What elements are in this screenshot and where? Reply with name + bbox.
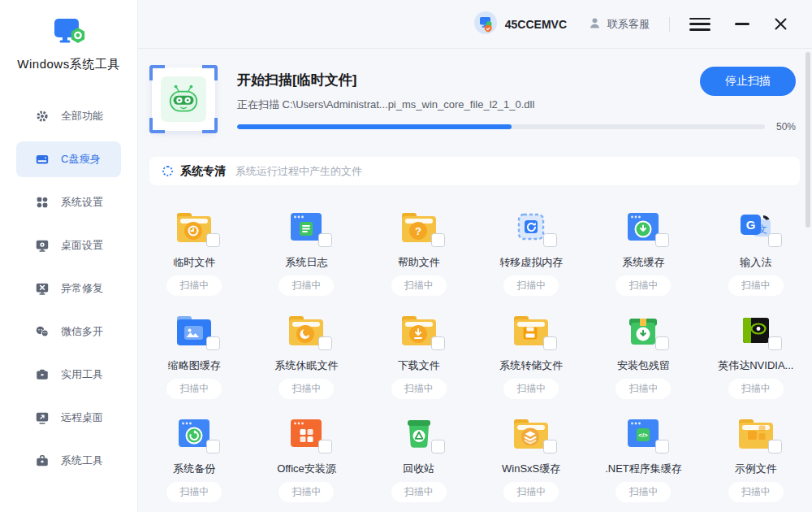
item-status-badge: 扫描中 [503,482,559,502]
item-label: 英伟达NVIDIA... [700,358,812,373]
item-label: 缩略图缓存 [138,358,250,373]
item-status-badge: 扫描中 [166,379,222,399]
item-label: 示例文件 [700,462,812,476]
item-checkbox[interactable] [318,440,332,453]
item-checkbox[interactable] [768,440,782,453]
sidebar-item-8[interactable]: 远程桌面 [16,400,121,436]
scan-item-4[interactable]: 转移虚拟内存 扫描中 [475,206,587,309]
item-status-badge: 扫描中 [391,379,447,399]
scan-item-10[interactable]: 系统转储文件 扫描中 [475,309,587,412]
item-status-badge: 扫描中 [728,482,784,502]
item-checkbox[interactable] [206,233,220,247]
item-checkbox[interactable] [655,336,669,350]
sidebar-item-3[interactable]: 系统设置 [16,184,121,220]
remote-desktop-icon [35,410,50,425]
item-checkbox[interactable] [543,336,557,350]
item-status-badge: 扫描中 [728,379,784,399]
item-checkbox[interactable] [655,233,669,247]
account-chip[interactable]: 45CCEMVC [473,11,567,38]
sidebar-item-4[interactable]: 桌面设置 [16,228,121,263]
progress-bar [237,124,765,129]
item-status-badge: 扫描中 [503,379,559,399]
contact-support-button[interactable]: 联系客服 [588,16,650,33]
progress-fill [237,124,512,129]
c-drive-slim-icon [35,152,50,167]
scan-item-18[interactable]: 示例文件 扫描中 [700,412,812,512]
scan-item-7[interactable]: 缩略图缓存 扫描中 [138,309,250,412]
app-logo-icon [51,18,87,52]
scan-item-9[interactable]: 下载文件 扫描中 [363,309,475,412]
sidebar-item-label: 实用工具 [61,367,103,382]
item-status-badge: 扫描中 [391,482,447,502]
scan-item-8[interactable]: z 系统休眠文件 扫描中 [250,309,362,412]
item-checkbox[interactable] [768,233,782,247]
all-functions-icon [35,109,50,124]
stop-scan-button[interactable]: 停止扫描 [700,67,796,96]
item-status-badge: 扫描中 [279,379,334,399]
item-label: 输入法 [700,255,812,270]
scan-item-17[interactable]: </> .NET程序集缓存 扫描中 [587,412,699,512]
system-tools-icon [35,453,50,468]
scan-item-12[interactable]: 英伟达NVIDIA... 扫描中 [700,309,812,412]
svg-text:?: ? [415,225,421,237]
item-checkbox[interactable] [318,336,332,350]
avatar [473,11,498,38]
scan-item-16[interactable]: WinSxS缓存 扫描中 [475,412,587,512]
item-checkbox[interactable] [431,336,445,350]
item-checkbox[interactable] [768,336,782,350]
main-panel: 45CCEMVC 联系客服 [138,0,812,512]
progress-percent: 50% [773,121,796,132]
sidebar-item-9[interactable]: 系统工具 [16,443,121,479]
item-label: 系统日志 [250,255,362,270]
app-title: Windows系统工具 [0,57,137,72]
scan-item-3[interactable]: ? 帮助文件 扫描中 [363,206,475,309]
scan-item-14[interactable]: Office安装源 扫描中 [250,412,362,512]
item-checkbox[interactable] [655,440,669,453]
item-status-badge: 扫描中 [166,482,222,502]
sidebar-item-label: 微信多开 [61,324,103,339]
sidebar-item-7[interactable]: 实用工具 [16,357,121,393]
item-label: 系统休眠文件 [250,358,362,373]
item-status-badge: 扫描中 [615,276,671,296]
section-title: 系统专清 [180,164,226,179]
scrollbar-thumb[interactable] [806,52,810,228]
minimize-icon[interactable] [735,23,749,25]
scan-item-2[interactable]: 系统日志 扫描中 [250,206,362,309]
app-window: Windows系统工具 全部功能 C盘瘦身 系统设置 桌面设置 异常修复 微信多… [0,0,812,512]
brand: Windows系统工具 [0,0,137,72]
item-label: 系统转储文件 [475,358,587,373]
close-icon[interactable] [774,17,788,31]
item-status-badge: 扫描中 [279,276,334,296]
item-label: Office安装源 [250,462,362,476]
item-status-badge: 扫描中 [503,276,559,296]
person-icon [588,16,602,33]
sidebar-item-5[interactable]: 异常修复 [16,271,121,306]
scan-robot-icon [152,67,215,131]
item-checkbox[interactable] [431,233,445,247]
item-label: 系统备份 [138,462,250,476]
item-checkbox[interactable] [543,440,557,453]
scan-item-15[interactable]: 回收站 扫描中 [363,412,475,512]
item-checkbox[interactable] [431,440,445,453]
scan-item-6[interactable]: 文G 输入法 扫描中 [700,206,812,309]
sidebar-item-1[interactable]: 全部功能 [16,98,121,134]
scan-item-11[interactable]: 安装包残留 扫描中 [587,309,699,412]
loading-spinner-icon [162,166,173,176]
item-checkbox[interactable] [206,336,220,350]
item-status-badge: 扫描中 [615,482,671,502]
svg-text:</>: </> [639,432,649,439]
item-checkbox[interactable] [206,440,220,453]
desktop-settings-icon [35,238,50,253]
item-label: 帮助文件 [363,255,475,270]
item-checkbox[interactable] [543,233,557,247]
scan-item-13[interactable]: 系统备份 扫描中 [138,412,250,512]
item-checkbox[interactable] [318,233,332,247]
sidebar-item-6[interactable]: 微信多开 [16,314,121,349]
scan-item-5[interactable]: 系统缓存 扫描中 [587,206,699,309]
hamburger-icon[interactable] [689,18,710,31]
wechat-multi-icon [35,324,50,339]
item-status-badge: 扫描中 [166,276,222,296]
sidebar-item-2[interactable]: C盘瘦身 [16,141,121,177]
scan-item-1[interactable]: 临时文件 扫描中 [138,206,250,309]
sidebar: Windows系统工具 全部功能 C盘瘦身 系统设置 桌面设置 异常修复 微信多… [0,0,138,512]
